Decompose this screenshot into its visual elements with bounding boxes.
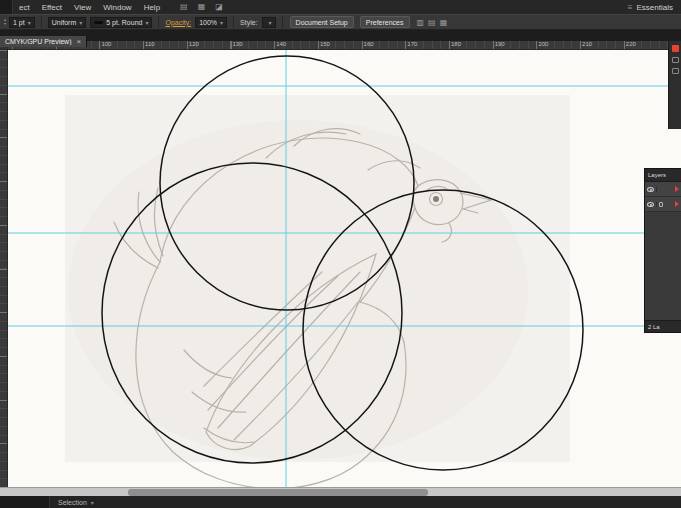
layers-panel-body (645, 212, 681, 320)
layers-count-label: 2 La (648, 324, 660, 330)
ruler-number: 100 (99, 41, 111, 47)
visibility-eye-icon[interactable] (647, 187, 654, 192)
menu-items: ectEffectViewWindowHelp (13, 0, 166, 14)
ruler-number: 190 (493, 41, 505, 47)
chevron-down-icon: ▾ (145, 19, 148, 26)
style-label: Style: (240, 19, 258, 26)
menu-item[interactable]: Help (138, 0, 166, 14)
document-tab-title: CMYK/GPU Preview) (5, 38, 72, 45)
brush-preview-icon (94, 21, 103, 24)
menu-item[interactable]: Window (97, 0, 137, 14)
arrange-documents-icon[interactable]: ▦ (198, 0, 206, 14)
stroke-weight-combo[interactable]: 1 pt ▾ (9, 17, 35, 28)
ruler-number: 210 (580, 41, 592, 47)
brush-definition-value: 5 pt. Round (106, 19, 142, 26)
ruler-number: 180 (449, 41, 461, 47)
ruler-number: 130 (231, 41, 243, 47)
tab-close-icon[interactable]: × (77, 38, 82, 46)
visibility-cell[interactable] (645, 202, 657, 207)
workspace-label: Essentials (637, 3, 673, 12)
zoom-box[interactable] (0, 496, 50, 508)
horizontal-scrollbar[interactable] (0, 487, 681, 496)
ruler-number: 220 (624, 41, 636, 47)
visibility-cell[interactable] (645, 187, 657, 192)
visibility-eye-icon[interactable] (647, 202, 654, 207)
align-icons: ▥ ▤ ▦ (417, 18, 448, 27)
bridge-icon[interactable]: ▤ (180, 0, 188, 14)
canvas[interactable] (8, 50, 681, 487)
artwork-svg (8, 50, 681, 487)
workspace-switcher[interactable]: ≡ Essentials (620, 3, 681, 12)
ruler-number: 150 (318, 41, 330, 47)
opacity-value: 100% (199, 19, 217, 26)
document-tab-bar: CMYK/GPU Preview) × (0, 30, 681, 41)
gpu-performance-icon[interactable]: ◪ (215, 0, 223, 14)
align-center-icon[interactable]: ▤ (428, 18, 436, 27)
layers-count: 2 La (645, 320, 681, 332)
panel-dock (668, 41, 681, 129)
align-left-icon[interactable]: ▥ (417, 18, 425, 27)
ruler-number: 120 (187, 41, 199, 47)
ruler-number: 140 (274, 41, 286, 47)
chevron-down-icon: ▾ (220, 19, 223, 26)
layer-row[interactable] (645, 197, 681, 212)
swatches-panel-icon[interactable] (672, 57, 679, 63)
ruler-number: 170 (405, 41, 417, 47)
lock-icon[interactable] (659, 202, 663, 207)
divider (282, 16, 283, 28)
divider (41, 16, 42, 28)
brush-definition-combo[interactable]: 5 pt. Round ▾ (90, 17, 152, 28)
control-bar: ▴▾ 1 pt ▾ Uniform ▾ 5 pt. Round ▾ Opacit… (0, 14, 681, 30)
align-right-icon[interactable]: ▦ (440, 18, 448, 27)
ruler-number: 160 (362, 41, 374, 47)
document-setup-button[interactable]: Document Setup (290, 16, 354, 28)
menu-bar-icons: ▤ ▦ ◪ (180, 0, 223, 14)
ruler-number: 110 (143, 41, 155, 47)
layers-panel-title: Layers (648, 172, 666, 178)
layers-panel: Layers 2 La (644, 168, 681, 333)
layer-row[interactable] (645, 182, 681, 197)
app-icon (0, 0, 13, 14)
properties-panel-icon[interactable] (672, 68, 679, 74)
stroke-weight-stepper[interactable]: ▴▾ (4, 18, 6, 26)
illustrator-window: ectEffectViewWindowHelp ▤ ▦ ◪ ≡ Essentia… (0, 0, 681, 508)
menu-item[interactable]: View (68, 0, 97, 14)
layer-selected-indicator (675, 201, 679, 207)
ruler-number: 200 (536, 41, 548, 47)
chevron-down-icon: ▾ (269, 19, 272, 26)
width-profile-value: Uniform (52, 19, 77, 26)
opacity-combo[interactable]: 100% ▾ (195, 17, 227, 28)
status-tool-label: Selection (58, 499, 87, 506)
width-profile-combo[interactable]: Uniform ▾ (48, 17, 87, 28)
style-combo[interactable]: ▾ (262, 17, 276, 28)
bird-pupil (433, 196, 439, 202)
workspace-menu-icon: ≡ (628, 3, 633, 12)
menu-item[interactable]: ect (13, 0, 36, 14)
color-panel-icon[interactable] (672, 45, 679, 52)
scrollbar-thumb[interactable] (128, 489, 428, 496)
divider (233, 16, 234, 28)
divider (158, 16, 159, 28)
document-tab[interactable]: CMYK/GPU Preview) × (0, 36, 87, 47)
menu-bar: ectEffectViewWindowHelp ▤ ▦ ◪ ≡ Essentia… (0, 0, 681, 14)
status-menu-icon[interactable]: ▾ (91, 499, 94, 506)
opacity-label[interactable]: Opacity: (165, 19, 191, 26)
preferences-button[interactable]: Preferences (360, 16, 410, 28)
chevron-down-icon: ▾ (79, 19, 82, 26)
stroke-weight-value: 1 pt (13, 19, 25, 26)
chevron-down-icon: ▾ (28, 19, 31, 26)
layer-selected-indicator (675, 186, 679, 192)
horizontal-ruler[interactable]: 8090100110120130140150160170180190200210… (8, 41, 681, 50)
vertical-ruler[interactable] (0, 50, 8, 487)
layers-panel-header[interactable]: Layers (645, 169, 681, 182)
status-bar: Selection ▾ (0, 496, 681, 508)
menu-item[interactable]: Effect (36, 0, 68, 14)
